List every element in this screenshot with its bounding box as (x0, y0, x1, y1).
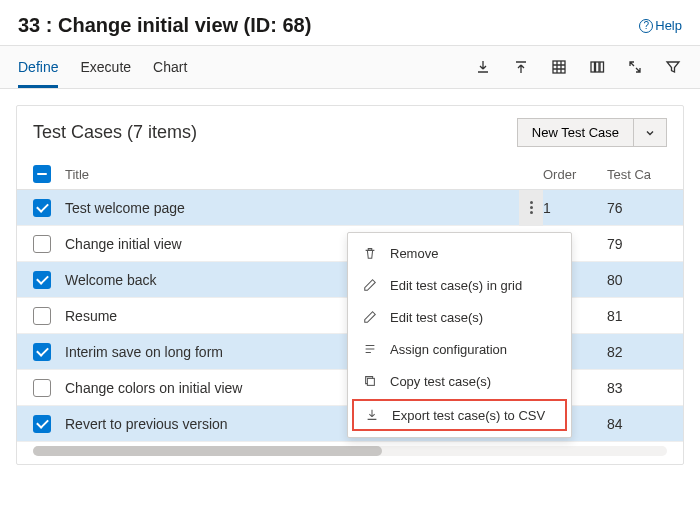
menu-assign-label: Assign configuration (390, 342, 507, 357)
menu-edit[interactable]: Edit test case(s) (348, 301, 571, 333)
row-testcase-id: 76 (607, 200, 667, 216)
svg-rect-2 (596, 62, 600, 72)
download-icon[interactable] (474, 58, 492, 76)
row-title: Test welcome page (65, 200, 519, 216)
menu-edit-grid-label: Edit test case(s) in grid (390, 278, 522, 293)
grid-icon[interactable] (550, 58, 568, 76)
svg-rect-1 (591, 62, 595, 72)
row-more-button[interactable] (519, 190, 543, 226)
menu-export-icon (364, 407, 380, 423)
row-checkbox[interactable] (33, 235, 51, 253)
svg-rect-4 (367, 378, 374, 385)
menu-edit-icon (362, 309, 378, 325)
menu-remove[interactable]: Remove (348, 237, 571, 269)
menu-edit-grid[interactable]: Edit test case(s) in grid (348, 269, 571, 301)
table-row[interactable]: Test welcome page176 (17, 190, 683, 226)
row-checkbox[interactable] (33, 415, 51, 433)
menu-copy-icon (362, 373, 378, 389)
tab-execute[interactable]: Execute (80, 46, 131, 88)
row-order: 1 (543, 200, 607, 216)
new-test-case-button[interactable]: New Test Case (517, 118, 634, 147)
help-label: Help (655, 18, 682, 33)
row-testcase-id: 81 (607, 308, 667, 324)
tab-chart[interactable]: Chart (153, 46, 187, 88)
column-title[interactable]: Title (65, 167, 543, 182)
page-title: 33 : Change initial view (ID: 68) (18, 14, 311, 37)
new-test-case-dropdown[interactable] (634, 118, 667, 147)
test-cases-panel: Test Cases (7 items) New Test Case Title… (16, 105, 684, 465)
horizontal-scrollbar[interactable] (33, 446, 667, 456)
row-testcase-id: 80 (607, 272, 667, 288)
menu-assign[interactable]: Assign configuration (348, 333, 571, 365)
scrollbar-thumb[interactable] (33, 446, 382, 456)
menu-copy-label: Copy test case(s) (390, 374, 491, 389)
menu-export[interactable]: Export test case(s) to CSV (352, 399, 567, 431)
column-testcase[interactable]: Test Ca (607, 167, 667, 182)
chevron-down-icon (644, 127, 656, 139)
row-checkbox[interactable] (33, 343, 51, 361)
columns-icon[interactable] (588, 58, 606, 76)
row-testcase-id: 82 (607, 344, 667, 360)
row-checkbox[interactable] (33, 271, 51, 289)
fullscreen-icon[interactable] (626, 58, 644, 76)
row-testcase-id: 79 (607, 236, 667, 252)
row-testcase-id: 83 (607, 380, 667, 396)
menu-copy[interactable]: Copy test case(s) (348, 365, 571, 397)
column-order[interactable]: Order (543, 167, 607, 182)
row-testcase-id: 84 (607, 416, 667, 432)
menu-remove-icon (362, 245, 378, 261)
panel-title: Test Cases (7 items) (33, 122, 197, 143)
toolbar (474, 58, 682, 76)
menu-export-label: Export test case(s) to CSV (392, 408, 545, 423)
tab-define[interactable]: Define (18, 46, 58, 88)
menu-remove-label: Remove (390, 246, 438, 261)
context-menu: RemoveEdit test case(s) in gridEdit test… (347, 232, 572, 438)
row-checkbox[interactable] (33, 307, 51, 325)
svg-rect-0 (553, 61, 565, 73)
column-header-row: Title Order Test Ca (17, 159, 683, 190)
row-checkbox[interactable] (33, 379, 51, 397)
tabs: Define Execute Chart (18, 46, 187, 88)
select-all-checkbox[interactable] (33, 165, 51, 183)
menu-assign-icon (362, 341, 378, 357)
help-link[interactable]: ? Help (639, 18, 682, 33)
menu-edit-label: Edit test case(s) (390, 310, 483, 325)
svg-rect-3 (600, 62, 604, 72)
row-checkbox[interactable] (33, 199, 51, 217)
upload-icon[interactable] (512, 58, 530, 76)
help-icon: ? (639, 19, 653, 33)
menu-edit-grid-icon (362, 277, 378, 293)
filter-icon[interactable] (664, 58, 682, 76)
more-icon (530, 201, 533, 214)
